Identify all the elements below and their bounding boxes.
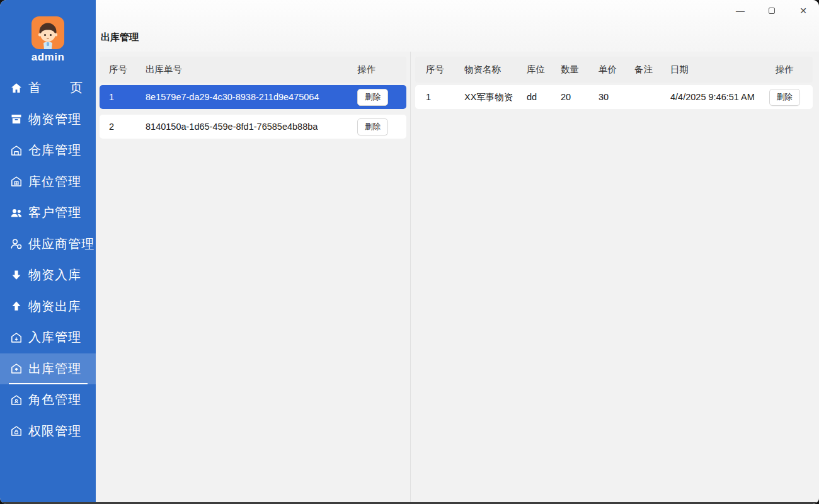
order-number: 8e1579e7-da29-4c30-8938-211d9e475064 — [146, 92, 357, 102]
table-header-row: 序号 出库单号 操作 — [100, 57, 406, 83]
inbound-mgmt-house-icon — [10, 331, 23, 344]
column-header-material-name: 物资名称 — [464, 64, 527, 76]
column-header-order-no: 出库单号 — [146, 64, 357, 76]
permissions-house-icon — [10, 425, 23, 437]
maximize-icon — [769, 8, 775, 14]
window-controls: — ✕ — [733, 5, 810, 16]
column-header-location: 库位 — [527, 64, 561, 76]
column-header-unit-price: 单价 — [598, 64, 634, 76]
minimize-button[interactable]: — — [733, 5, 747, 16]
sidebar-item-label: 物资出库 — [28, 298, 81, 315]
sidebar-item-permissions[interactable]: 权限管理 — [0, 416, 96, 447]
suppliers-person-icon — [10, 238, 23, 250]
title-bar: — ✕ 出库管理 — [96, 0, 819, 52]
order-details-table: 序号 物资名称 库位 数量 单价 备注 日期 操作 1 XX军事物资 dd 20… — [415, 52, 813, 504]
sidebar-item-label: 供应商管理 — [28, 236, 94, 253]
sidebar-item-roles[interactable]: 角色管理 — [0, 384, 96, 416]
sidebar-item-label: 库位管理 — [28, 173, 81, 190]
material-name: XX军事物资 — [464, 91, 527, 103]
table-row[interactable]: 1 8e1579e7-da29-4c30-8938-211d9e475064 删… — [100, 85, 406, 109]
sidebar: admin 首 页 物资管理 仓库管理 — [0, 0, 96, 504]
sidebar-item-material-outbound[interactable]: 物资出库 — [0, 291, 96, 323]
minimize-icon: — — [736, 6, 745, 16]
date: 4/4/2025 9:46:51 AM — [670, 92, 769, 102]
panel-divider — [410, 52, 411, 504]
delete-button[interactable]: 删除 — [357, 118, 388, 135]
roles-house-icon — [10, 394, 23, 406]
delete-button[interactable]: 删除 — [769, 89, 800, 106]
sidebar-item-label: 客户管理 — [28, 204, 81, 221]
column-header-date: 日期 — [670, 64, 769, 76]
column-header-index: 序号 — [426, 64, 464, 76]
column-header-action: 操作 — [769, 64, 800, 76]
row-index: 1 — [109, 92, 146, 102]
close-button[interactable]: ✕ — [796, 5, 810, 16]
sidebar-menu: 首 页 物资管理 仓库管理 — [0, 72, 96, 447]
materials-archive-icon — [10, 113, 23, 125]
sidebar-item-label: 权限管理 — [28, 423, 81, 440]
order-number: 8140150a-1d65-459e-8fd1-76585e4b88ba — [146, 122, 357, 132]
sidebar-item-label: 仓库管理 — [28, 142, 81, 159]
maximize-button[interactable] — [765, 5, 779, 16]
sidebar-item-outbound-mgmt[interactable]: 出库管理 — [0, 353, 96, 385]
column-header-quantity: 数量 — [561, 64, 598, 76]
inbound-arrow-down-icon — [10, 269, 23, 282]
outbound-arrow-up-icon — [10, 300, 23, 312]
sidebar-item-label: 物资管理 — [28, 111, 81, 128]
delete-button[interactable]: 删除 — [357, 89, 388, 106]
sidebar-item-customers[interactable]: 客户管理 — [0, 197, 96, 229]
sidebar-item-inbound-mgmt[interactable]: 入库管理 — [0, 322, 96, 353]
sidebar-item-label: 角色管理 — [28, 391, 81, 408]
page-title: 出库管理 — [101, 32, 139, 43]
main-area: — ✕ 出库管理 序号 出库单号 操作 1 — [96, 0, 819, 504]
quantity: 20 — [561, 92, 598, 102]
sidebar-item-suppliers[interactable]: 供应商管理 — [0, 229, 96, 260]
customers-people-icon — [10, 207, 23, 219]
storage-location: dd — [527, 92, 561, 102]
sidebar-item-label: 物资入库 — [28, 266, 81, 284]
unit-price: 30 — [598, 92, 634, 102]
close-icon: ✕ — [799, 6, 807, 16]
outbound-orders-table: 序号 出库单号 操作 1 8e1579e7-da29-4c30-8938-211… — [100, 52, 406, 504]
row-index: 2 — [109, 122, 146, 132]
row-index: 1 — [426, 92, 464, 102]
user-avatar — [32, 16, 64, 49]
sidebar-item-material-inbound[interactable]: 物资入库 — [0, 260, 96, 291]
sidebar-item-home[interactable]: 首 页 — [0, 72, 96, 104]
sidebar-item-materials[interactable]: 物资管理 — [0, 104, 96, 135]
column-header-index: 序号 — [109, 64, 146, 76]
table-row[interactable]: 1 XX军事物资 dd 20 30 4/4/2025 9:46:51 AM 删除 — [415, 85, 813, 109]
outbound-mgmt-house-icon — [10, 362, 23, 375]
table-row[interactable]: 2 8140150a-1d65-459e-8fd1-76585e4b88ba 删… — [100, 115, 406, 139]
home-icon — [10, 82, 23, 94]
username-label: admin — [32, 51, 65, 64]
sidebar-item-label: 入库管理 — [28, 329, 81, 346]
content-area: 序号 出库单号 操作 1 8e1579e7-da29-4c30-8938-211… — [96, 52, 819, 504]
table-header-row: 序号 物资名称 库位 数量 单价 备注 日期 操作 — [415, 57, 813, 83]
sidebar-item-storage-location[interactable]: 库位管理 — [0, 166, 96, 198]
storage-location-icon — [10, 175, 23, 188]
app-window: admin 首 页 物资管理 仓库管理 — [0, 0, 819, 504]
sidebar-item-label: 首 页 — [28, 79, 83, 96]
warehouse-house-icon — [10, 144, 23, 157]
sidebar-item-warehouse[interactable]: 仓库管理 — [0, 135, 96, 166]
sidebar-item-label: 出库管理 — [28, 360, 81, 377]
column-header-remark: 备注 — [634, 64, 670, 76]
column-header-action: 操作 — [357, 64, 395, 76]
